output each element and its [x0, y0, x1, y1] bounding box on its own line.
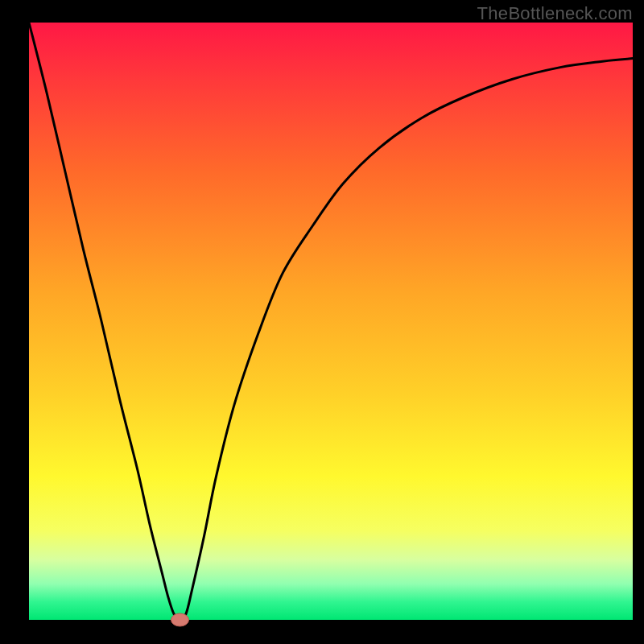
bottleneck-chart — [0, 0, 644, 644]
watermark-text: TheBottleneck.com — [477, 3, 633, 24]
optimal-point-marker — [171, 613, 189, 626]
plot-background — [29, 23, 633, 620]
chart-frame: TheBottleneck.com — [0, 0, 644, 644]
